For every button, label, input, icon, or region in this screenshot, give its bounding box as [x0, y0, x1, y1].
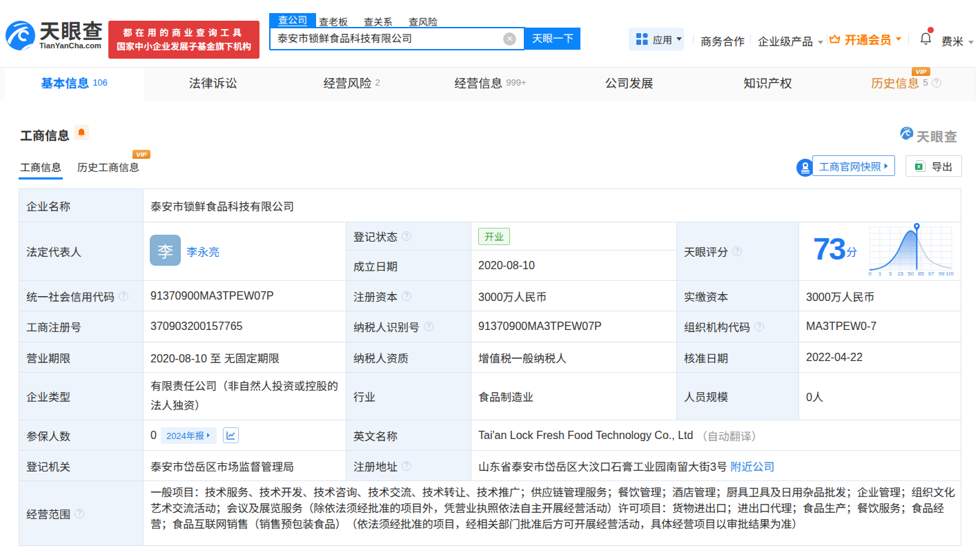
svg-text:0: 0 [868, 271, 872, 277]
svg-text:50: 50 [908, 271, 914, 277]
svg-text:X: X [917, 164, 921, 170]
svg-text:3: 3 [889, 271, 892, 277]
svg-text:85: 85 [918, 271, 924, 277]
svg-text:1: 1 [879, 271, 882, 277]
svg-text:99: 99 [939, 271, 945, 277]
svg-text:100: 100 [945, 271, 954, 277]
svg-text:97: 97 [928, 271, 934, 277]
svg-text:15: 15 [897, 271, 903, 277]
